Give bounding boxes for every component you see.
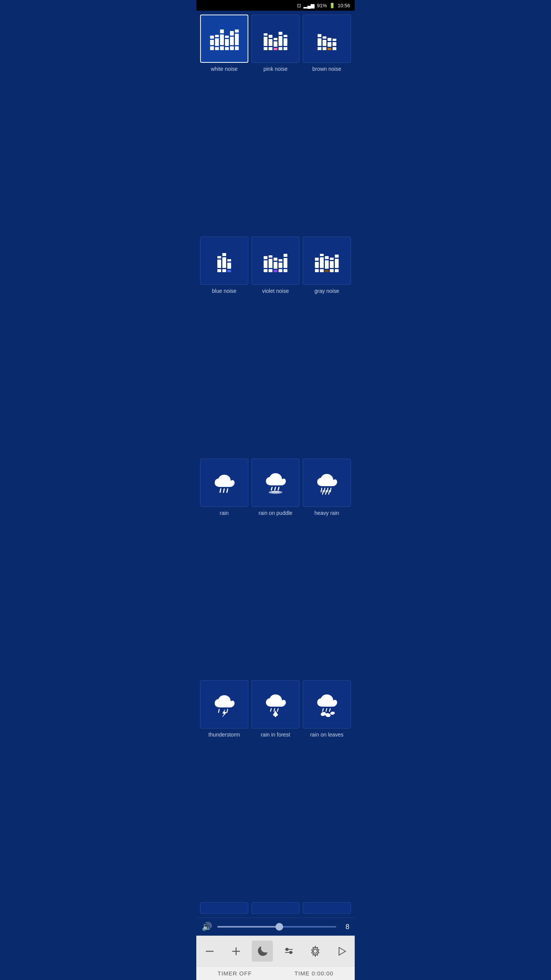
- svg-line-1: [223, 489, 224, 492]
- moon-icon: [257, 946, 268, 957]
- svg-line-11: [330, 488, 331, 492]
- svg-line-4: [275, 487, 276, 490]
- sound-tile-rain[interactable]: [200, 459, 248, 507]
- sound-tile-thunderstorm[interactable]: [200, 680, 248, 728]
- svg-line-15: [218, 709, 219, 712]
- sound-label-violet-noise: violet noise: [262, 288, 289, 294]
- timer-status: TIMER OFF: [218, 970, 252, 977]
- cast-icon: ⊡: [297, 3, 301, 8]
- sound-label-gray-noise: gray noise: [315, 288, 339, 294]
- minus-button[interactable]: [199, 941, 220, 962]
- sound-tile-rain-on-puddle[interactable]: [251, 459, 300, 507]
- sound-label-heavy-rain: heavy rain: [315, 510, 339, 516]
- volume-number: 8: [342, 923, 349, 931]
- svg-point-37: [313, 949, 317, 953]
- sound-item-rain[interactable]: rain: [200, 459, 248, 678]
- sound-tile-brown-noise[interactable]: [303, 15, 351, 63]
- svg-marker-38: [339, 947, 346, 955]
- sound-label-pink-noise: pink noise: [263, 66, 287, 72]
- sound-item-rain-on-leaves[interactable]: rain on leaves: [303, 680, 351, 899]
- sound-label-brown-noise: brown noise: [312, 66, 341, 72]
- sound-grid: white noise: [200, 15, 351, 899]
- svg-line-25: [326, 709, 327, 711]
- svg-line-16: [227, 709, 228, 712]
- sound-label-blue-noise: blue noise: [212, 288, 236, 294]
- battery-icon: 🔋: [329, 3, 335, 8]
- minus-icon: [204, 946, 215, 957]
- svg-line-19: [274, 709, 275, 711]
- svg-line-2: [227, 489, 228, 492]
- sound-item-brown-noise[interactable]: brown noise: [303, 15, 351, 234]
- cloud-thunder-icon: [211, 692, 238, 717]
- time-text: 10:56: [337, 3, 350, 8]
- svg-line-24: [323, 709, 323, 711]
- sleep-timer-button[interactable]: [252, 941, 273, 962]
- sound-tile-pink-noise[interactable]: [251, 15, 300, 63]
- toolbar: [196, 936, 355, 966]
- volume-slider[interactable]: [217, 926, 336, 928]
- cloud-rain-puddle-icon: [262, 470, 289, 495]
- svg-line-14: [329, 490, 329, 494]
- sound-label-rain-on-leaves: rain on leaves: [310, 732, 343, 738]
- svg-line-8: [321, 488, 322, 492]
- volume-icon: 🔊: [202, 922, 212, 932]
- eq-icon-violet-noise: [264, 249, 287, 272]
- settings-button[interactable]: [305, 941, 326, 962]
- equalizer-icon: [283, 946, 295, 957]
- bottom-status: TIMER OFF TIME 0:00:00: [196, 966, 355, 980]
- sound-item-violet-noise[interactable]: violet noise: [251, 237, 300, 456]
- partial-tile-2: [251, 902, 300, 914]
- equalizer-button[interactable]: [278, 941, 299, 962]
- sound-tile-heavy-rain[interactable]: [303, 459, 351, 507]
- cloud-rain-icon: [211, 470, 238, 495]
- sound-item-blue-noise[interactable]: blue noise: [200, 237, 248, 456]
- eq-icon-white-noise: [210, 27, 239, 50]
- sound-tile-rain-on-leaves[interactable]: [303, 680, 351, 728]
- sound-item-heavy-rain[interactable]: heavy rain: [303, 459, 351, 678]
- svg-line-20: [277, 709, 278, 711]
- sound-label-rain-in-forest: rain in forest: [261, 732, 290, 738]
- partial-tile-1: [200, 902, 248, 914]
- cloud-heavy-rain-icon: [313, 470, 340, 495]
- svg-line-13: [326, 490, 326, 494]
- svg-line-10: [327, 488, 328, 492]
- volume-fill: [217, 926, 279, 928]
- svg-rect-23: [275, 715, 276, 717]
- svg-point-27: [320, 711, 327, 717]
- svg-point-29: [330, 711, 335, 715]
- svg-line-18: [271, 709, 271, 711]
- play-icon: [336, 946, 347, 957]
- sound-tile-white-noise[interactable]: [200, 15, 248, 63]
- plus-button[interactable]: [225, 941, 246, 962]
- cloud-rain-forest-icon: [262, 692, 289, 717]
- svg-line-0: [220, 489, 221, 492]
- status-bar: ⊡ ▂▄▆ 91% 🔋 10:56: [196, 0, 355, 11]
- sound-tile-gray-noise[interactable]: [303, 237, 351, 285]
- eq-icon-blue-noise: [217, 249, 231, 272]
- volume-thumb[interactable]: [276, 923, 283, 931]
- sound-item-rain-on-puddle[interactable]: rain on puddle: [251, 459, 300, 678]
- svg-marker-17: [222, 709, 227, 717]
- sound-tile-blue-noise[interactable]: [200, 237, 248, 285]
- sound-item-thunderstorm[interactable]: thunderstorm: [200, 680, 248, 899]
- signal-icon: ▂▄▆: [303, 3, 315, 8]
- sound-label-rain: rain: [220, 510, 228, 516]
- sound-item-gray-noise[interactable]: gray noise: [303, 237, 351, 456]
- sound-item-white-noise[interactable]: white noise: [200, 15, 248, 234]
- battery-text: 91%: [317, 3, 327, 8]
- sound-tile-rain-in-forest[interactable]: [251, 680, 300, 728]
- eq-icon-gray-noise: [315, 249, 339, 272]
- svg-line-12: [323, 490, 323, 494]
- svg-line-26: [329, 709, 330, 711]
- sound-label-rain-on-puddle: rain on puddle: [259, 510, 293, 516]
- eq-icon-brown-noise: [318, 27, 336, 50]
- sound-item-pink-noise[interactable]: pink noise: [251, 15, 300, 234]
- sound-item-rain-in-forest[interactable]: rain in forest: [251, 680, 300, 899]
- sound-tile-violet-noise[interactable]: [251, 237, 300, 285]
- cloud-rain-leaves-icon: [313, 692, 340, 717]
- gear-icon: [310, 946, 321, 957]
- svg-line-5: [278, 487, 279, 490]
- play-button[interactable]: [331, 941, 352, 962]
- svg-point-35: [286, 948, 288, 951]
- time-status: TIME 0:00:00: [294, 970, 333, 977]
